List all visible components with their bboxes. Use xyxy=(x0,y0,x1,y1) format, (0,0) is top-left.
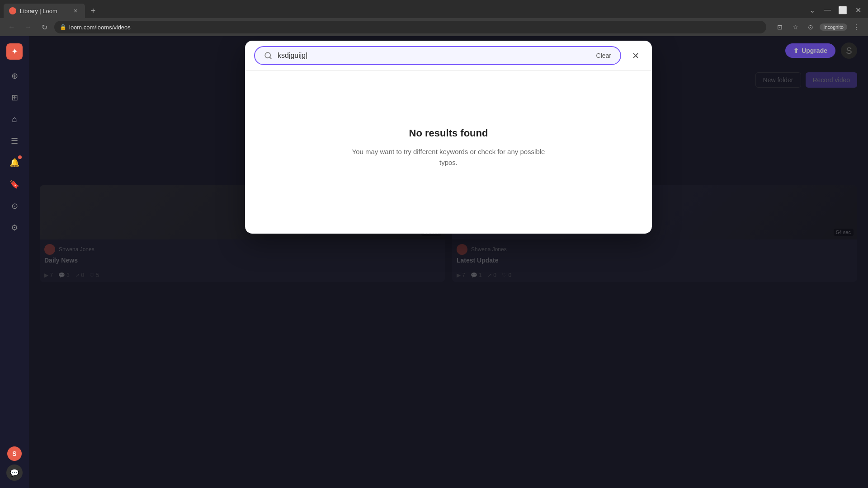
bell-icon: 🔔 xyxy=(9,158,19,168)
bookmark-icon: 🔖 xyxy=(9,179,19,189)
sidebar: ✦ ⊕ ⊞ ⌂ ☰ 🔔 🔖 ⊙ ⚙ S 💬 xyxy=(0,36,29,488)
sidebar-item-bookmarks[interactable]: 🔖 xyxy=(5,175,24,193)
browser-actions: ⊡ ☆ ⊙ Incognito ⋮ xyxy=(774,21,863,33)
app-container: ✦ ⊕ ⊞ ⌂ ☰ 🔔 🔖 ⊙ ⚙ S 💬 xyxy=(0,36,868,488)
modal-backdrop[interactable]: Clear No results found You may want to t… xyxy=(29,36,868,488)
url-display: loom.com/looms/videos xyxy=(69,24,131,31)
search-header: Clear xyxy=(245,41,652,71)
tab-bar: L Library | Loom × + ⌄ — ⬜ ✕ xyxy=(0,0,868,18)
minimize-button[interactable]: — xyxy=(821,4,834,16)
home-icon: ⌂ xyxy=(12,115,17,124)
history-icon: ⊙ xyxy=(11,201,18,211)
browser-chrome: L Library | Loom × + ⌄ — ⬜ ✕ ← → ↻ 🔒 loo… xyxy=(0,0,868,36)
reload-button[interactable]: ↻ xyxy=(38,21,51,33)
search-icon xyxy=(264,52,272,60)
tab-list-button[interactable]: ⌄ xyxy=(806,4,818,16)
search-body: No results found You may want to try dif… xyxy=(245,71,652,234)
app-logo: ✦ xyxy=(6,43,23,60)
grid-icon: ⊞ xyxy=(11,93,18,103)
sidebar-item-notifications[interactable]: 🔔 xyxy=(5,154,24,172)
address-bar[interactable]: 🔒 loom.com/looms/videos xyxy=(54,21,766,33)
cast-icon[interactable]: ⊡ xyxy=(774,21,786,33)
new-tab-button[interactable]: + xyxy=(87,5,99,17)
active-tab[interactable]: L Library | Loom × xyxy=(4,4,85,18)
forward-button[interactable]: → xyxy=(22,21,34,33)
no-results-subtitle: You may want to try different keywords o… xyxy=(349,146,548,168)
search-input-wrapper: Clear xyxy=(254,46,621,65)
tab-close-button[interactable]: × xyxy=(71,7,80,15)
close-window-button[interactable]: ✕ xyxy=(852,4,864,16)
tab-title: Library | Loom xyxy=(20,8,68,14)
chat-icon: 💬 xyxy=(10,469,19,477)
search-input[interactable] xyxy=(278,52,591,60)
sidebar-item-plus[interactable]: ⊕ xyxy=(5,67,24,85)
notes-icon: ☰ xyxy=(11,136,18,146)
notification-badge xyxy=(18,155,22,159)
sidebar-item-notes[interactable]: ☰ xyxy=(5,132,24,150)
sidebar-item-grid[interactable]: ⊞ xyxy=(5,89,24,107)
sidebar-bottom: S 💬 xyxy=(6,446,23,481)
chat-button[interactable]: 💬 xyxy=(6,465,23,481)
back-button[interactable]: ← xyxy=(5,21,18,33)
sidebar-item-home[interactable]: ⌂ xyxy=(5,110,24,128)
search-modal: Clear No results found You may want to t… xyxy=(245,41,652,234)
clear-button[interactable]: Clear xyxy=(596,52,611,59)
sidebar-item-settings[interactable]: ⚙ xyxy=(5,219,24,237)
no-results-title: No results found xyxy=(409,127,488,139)
user-avatar[interactable]: S xyxy=(7,446,22,461)
plus-icon: ⊕ xyxy=(11,71,18,81)
svg-line-1 xyxy=(269,57,271,58)
restore-button[interactable]: ⬜ xyxy=(836,4,849,16)
bookmark-star-icon[interactable]: ☆ xyxy=(789,21,802,33)
address-bar-row: ← → ↻ 🔒 loom.com/looms/videos ⊡ ☆ ⊙ Inco… xyxy=(0,18,868,36)
gear-icon: ⚙ xyxy=(11,223,18,233)
tab-favicon: L xyxy=(9,7,16,14)
close-modal-button[interactable] xyxy=(628,48,643,63)
extensions-icon[interactable]: ⋮ xyxy=(850,21,863,33)
browser-profile-icon[interactable]: ⊙ xyxy=(804,21,817,33)
sidebar-item-history[interactable]: ⊙ xyxy=(5,197,24,215)
lock-icon: 🔒 xyxy=(60,24,66,30)
incognito-badge: Incognito xyxy=(820,23,847,31)
main-content: ⬆ Upgrade S New folder Record video 21 s… xyxy=(29,36,868,488)
